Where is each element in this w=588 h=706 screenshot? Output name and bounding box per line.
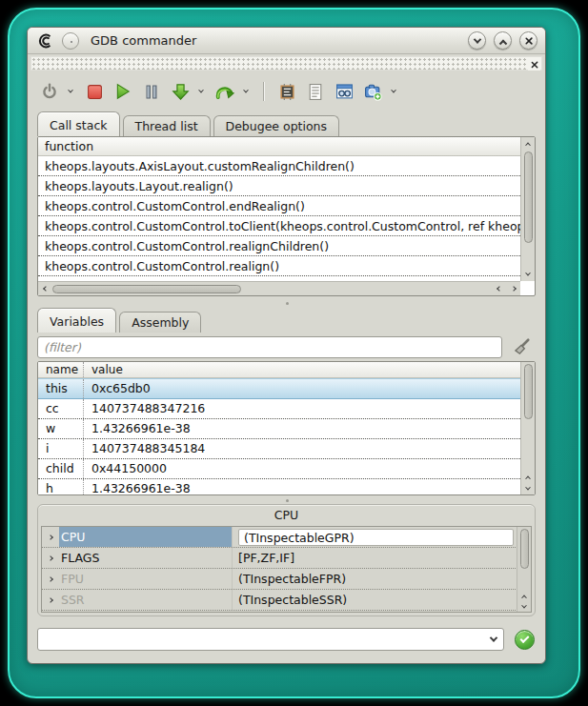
scroll-left-button[interactable] <box>492 282 506 295</box>
variable-row[interactable]: i 140737488345184 <box>38 439 520 459</box>
scrollbar-thumb[interactable] <box>524 151 533 243</box>
chevron-left-icon <box>497 286 502 292</box>
cpu-vertical-scrollbar[interactable] <box>517 527 531 612</box>
callstack-frame-row[interactable]: kheops.control.CustomControl.realignChil… <box>38 236 520 256</box>
cpu-register-row[interactable]: FPU (TInspectableFPR) <box>42 569 531 590</box>
chevron-down-icon <box>391 88 396 93</box>
expand-icon[interactable] <box>42 535 59 539</box>
step-over-icon <box>215 83 234 101</box>
callstack-frame-label: kheops.control.CustomControl.toClient(kh… <box>45 219 520 233</box>
scroll-down-button[interactable] <box>521 268 536 281</box>
variable-row[interactable]: this 0xc65db0 <box>38 378 520 399</box>
variable-name: h <box>38 479 84 494</box>
callstack-frame-label: kheops.control.CustomControl.realign() <box>45 259 279 273</box>
scroll-up-button[interactable] <box>517 591 532 601</box>
shade-button[interactable] <box>468 31 486 50</box>
close-icon <box>525 37 533 45</box>
clear-filter-button[interactable] <box>511 336 532 357</box>
show-memory-button[interactable] <box>276 81 297 102</box>
send-command-button[interactable] <box>515 630 535 650</box>
step-over-dropdown[interactable] <box>240 90 252 93</box>
variable-row[interactable]: h 1.43266961e-38 <box>38 479 520 494</box>
chevron-left-icon <box>43 286 49 292</box>
scroll-down-button[interactable] <box>517 601 532 612</box>
variable-value: 140737488347216 <box>84 399 205 418</box>
scroll-right-button[interactable] <box>506 282 520 295</box>
show-log-button[interactable] <box>305 81 326 102</box>
variable-name: w <box>38 419 84 438</box>
stop-button[interactable] <box>84 81 105 102</box>
variable-value: 0x44150000 <box>84 459 167 478</box>
scroll-up-button[interactable] <box>521 137 536 151</box>
cpu-register-row[interactable]: SSR (TInspectableSSR) <box>42 590 531 611</box>
add-watchpoint-button[interactable] <box>362 81 383 102</box>
callstack-vertical-scrollbar[interactable] <box>520 137 535 281</box>
watch-window-button[interactable] <box>334 81 355 102</box>
add-watchpoint-dropdown[interactable] <box>388 90 399 93</box>
expand-icon[interactable] <box>42 598 59 602</box>
variable-row[interactable]: child 0x44150000 <box>38 459 520 479</box>
step-into-button[interactable] <box>170 81 191 102</box>
register-group-value[interactable]: (TInspectableGPR) <box>238 529 514 546</box>
chevron-down-icon <box>243 88 249 93</box>
scrollbar-thumb[interactable] <box>52 285 241 293</box>
scrollbar-thumb[interactable] <box>520 529 529 569</box>
command-combobox[interactable] <box>37 628 504 651</box>
step-into-dropdown[interactable] <box>195 90 207 93</box>
variable-row[interactable]: cc 140737488347216 <box>38 399 520 419</box>
variables-column-headers[interactable]: name value <box>38 362 520 378</box>
run-button[interactable] <box>112 81 133 102</box>
callstack-frame-label: kheops.control.CustomControl.endRealign(… <box>45 199 305 213</box>
tab-assembly[interactable]: Assembly <box>119 312 201 333</box>
close-button[interactable] <box>519 31 537 50</box>
tab-variables[interactable]: Variables <box>37 308 116 333</box>
step-over-button[interactable] <box>214 81 235 102</box>
cpu-register-row[interactable]: FLAGS [PF,ZF,IF] <box>42 548 531 569</box>
inspector-tab-bar: Variables Assembly <box>37 308 204 333</box>
tab-debugee-options[interactable]: Debugee options <box>213 115 340 136</box>
expand-icon[interactable] <box>42 556 59 560</box>
callstack-frame-row[interactable]: kheops.control.CustomControl.toClient(kh… <box>38 216 520 236</box>
variables-vertical-scrollbar[interactable] <box>520 362 535 494</box>
splitter-handle[interactable] <box>28 495 545 504</box>
splitter-handle[interactable] <box>28 298 545 307</box>
close-icon <box>531 61 538 69</box>
scroll-left-button[interactable] <box>38 282 52 295</box>
scrollbar-thumb[interactable] <box>524 364 533 419</box>
callstack-frame-label: kheops.layouts.AxisLayout.customRealignC… <box>45 159 355 173</box>
cpu-register-row[interactable]: CPU (TInspectableGPR) <box>42 527 531 548</box>
callstack-frame-row[interactable]: kheops.layouts.AxisLayout.customRealignC… <box>38 156 520 176</box>
tab-call-stack[interactable]: Call stack <box>37 111 120 136</box>
cpu-register-table: CPU (TInspectableGPR) FLAGS [PF,ZF,IF] F… <box>41 526 532 613</box>
filter-input[interactable] <box>37 336 502 358</box>
chevron-up-icon <box>525 143 531 149</box>
debug-toolbar <box>39 75 536 108</box>
dock-close-button[interactable] <box>528 58 540 71</box>
chevron-down-icon <box>68 88 73 93</box>
pause-button[interactable] <box>141 81 162 102</box>
chip-icon <box>278 83 296 101</box>
chevron-right-icon <box>511 286 517 292</box>
callstack-horizontal-scrollbar[interactable] <box>38 281 520 295</box>
column-header-value[interactable]: value <box>84 362 123 377</box>
tab-thread-list[interactable]: Thread list <box>123 115 211 136</box>
maximize-button[interactable] <box>494 31 512 50</box>
register-group-name: FPU <box>59 569 233 589</box>
scroll-up-button[interactable] <box>521 472 536 483</box>
column-header-name[interactable]: name <box>38 362 84 377</box>
power-dropdown[interactable] <box>65 90 76 93</box>
callstack-frame-row[interactable]: kheops.control.CustomControl.realign() <box>38 256 520 276</box>
play-icon <box>114 83 132 100</box>
callstack-frame-row[interactable]: kheops.layouts.Layout.realign() <box>38 176 520 196</box>
callstack-frame-label: kheops.control.CustomControl.realignChil… <box>45 239 329 253</box>
dock-title-bar[interactable] <box>30 56 542 71</box>
variable-row[interactable]: w 1.43266961e-38 <box>38 419 520 439</box>
variable-value: 0xc65db0 <box>84 379 151 398</box>
expand-icon[interactable] <box>42 577 59 581</box>
callstack-column-header[interactable]: function <box>38 137 520 156</box>
scroll-down-button[interactable] <box>521 483 536 494</box>
window-menu-button[interactable] <box>62 32 79 50</box>
callstack-frame-row[interactable]: kheops.control.CustomControl.endRealign(… <box>38 196 520 216</box>
title-bar[interactable]: GDB commander <box>28 28 545 54</box>
power-button[interactable] <box>39 81 60 102</box>
